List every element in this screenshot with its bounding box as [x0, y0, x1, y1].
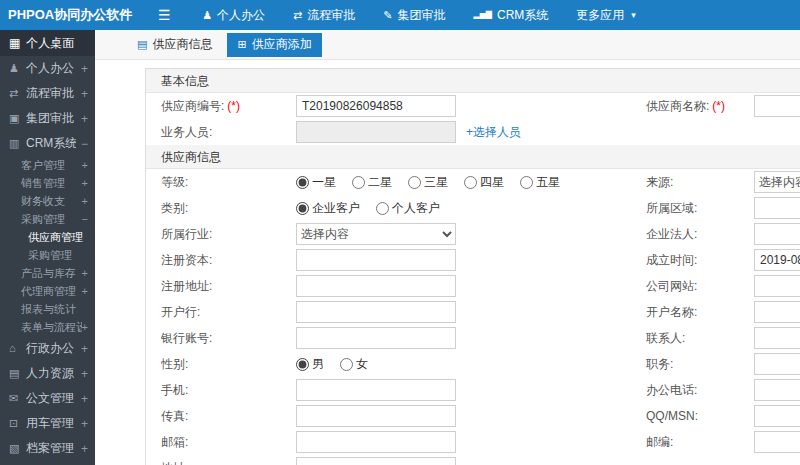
legal-person-input[interactable] [754, 223, 800, 245]
section-header-supplier-info: 供应商信息 [146, 145, 800, 169]
address-input[interactable] [296, 457, 456, 465]
region-input[interactable] [754, 197, 800, 219]
expand-plus-icon[interactable]: + [81, 367, 88, 381]
gender-radio-male[interactable]: 男 [296, 356, 324, 373]
expand-plus-icon[interactable]: + [82, 195, 88, 207]
sidebar-item-form-flow-settings[interactable]: 表单与流程设置 + [0, 318, 95, 336]
source-select[interactable]: 选择内容 [754, 171, 800, 193]
sidebar-item-hr[interactable]: ▤ 人力资源 + [0, 361, 95, 386]
sidebar-item-desktop[interactable]: ▦ 个人桌面 [0, 30, 95, 56]
sidebar-item-crm[interactable]: ▥ CRM系统 − [0, 131, 95, 156]
field-label: 供应商编号: [161, 99, 224, 113]
nav-item-crm[interactable]: ▂▅▇ CRM系统 [460, 0, 563, 30]
radio-input[interactable] [376, 202, 389, 215]
sidebar-item-personal-office[interactable]: ♟ 个人办公 + [0, 56, 95, 81]
sales-person-input[interactable] [296, 121, 456, 143]
category-radio-personal[interactable]: 个人客户 [376, 200, 440, 217]
sidebar-item-label: 采购管理 [21, 212, 82, 227]
email-input[interactable] [296, 431, 456, 453]
archive-icon: ▧ [9, 443, 21, 454]
radio-input[interactable] [340, 358, 353, 371]
expand-plus-icon[interactable]: + [81, 87, 88, 101]
brand-logo[interactable]: PHPOA协同办公软件 [0, 6, 132, 24]
establish-date-input[interactable] [754, 249, 800, 271]
position-input[interactable] [754, 353, 800, 375]
collapse-minus-icon[interactable]: − [81, 137, 88, 151]
radio-input[interactable] [520, 176, 533, 189]
form-row: 类别: 企业客户 个人客户 所属区域: [146, 195, 800, 221]
radio-input[interactable] [464, 176, 477, 189]
category-radio-group: 企业客户 个人客户 [296, 200, 646, 217]
sidebar-item-reports[interactable]: 报表与统计 [0, 300, 95, 318]
zip-input[interactable] [754, 431, 800, 453]
sidebar-item-admin-office[interactable]: ⌂ 行政办公 + [0, 336, 95, 361]
account-name-input[interactable] [754, 301, 800, 323]
expand-plus-icon[interactable]: + [81, 342, 88, 356]
office-phone-input[interactable] [754, 379, 800, 401]
sidebar-item-label: 行政办公 [26, 340, 76, 357]
expand-plus-icon[interactable]: + [82, 285, 88, 297]
radio-input[interactable] [408, 176, 421, 189]
radio-input[interactable] [296, 202, 309, 215]
level-radio-4[interactable]: 四星 [464, 174, 504, 191]
choose-person-link[interactable]: +选择人员 [466, 124, 521, 141]
collapse-minus-icon[interactable]: − [82, 213, 88, 225]
group-icon: ▣ [9, 113, 21, 124]
sidebar-item-document-mgmt[interactable]: ✉ 公文管理 + [0, 386, 95, 411]
expand-plus-icon[interactable]: + [82, 159, 88, 171]
supplier-name-input[interactable] [754, 95, 800, 117]
vehicle-icon: ⊡ [9, 418, 21, 429]
nav-item-workflow-approval[interactable]: ⇄ 流程审批 [279, 0, 369, 30]
sidebar-item-product-inventory[interactable]: 产品与库存 + [0, 264, 95, 282]
level-radio-1[interactable]: 一星 [296, 174, 336, 191]
tab-supplier-add[interactable]: ⊞ 供应商添加 [227, 33, 321, 57]
menu-toggle-icon[interactable]: ☰ [152, 7, 176, 23]
expand-plus-icon[interactable]: + [82, 177, 88, 189]
level-radio-3[interactable]: 三星 [408, 174, 448, 191]
expand-plus-icon[interactable]: + [81, 62, 88, 76]
sidebar-item-agent-mgmt[interactable]: 代理商管理 + [0, 282, 95, 300]
level-radio-2[interactable]: 二星 [352, 174, 392, 191]
list-icon: ▤ [137, 38, 147, 51]
expand-plus-icon[interactable]: + [82, 321, 88, 333]
mobile-input[interactable] [296, 379, 456, 401]
level-radio-5[interactable]: 五星 [520, 174, 560, 191]
sidebar-item-finance[interactable]: 财务收支 + [0, 192, 95, 210]
expand-plus-icon[interactable]: + [82, 267, 88, 279]
sidebar-item-sales-mgmt[interactable]: 销售管理 + [0, 174, 95, 192]
field-label: 类别: [161, 201, 188, 215]
sidebar-item-workflow-approval[interactable]: ⇄ 流程审批 + [0, 81, 95, 106]
nav-item-personal-office[interactable]: ♟ 个人办公 [188, 0, 279, 30]
sidebar-item-vehicle-mgmt[interactable]: ⊡ 用车管理 + [0, 411, 95, 436]
nav-item-group-approval[interactable]: ✎ 集团审批 [369, 0, 459, 30]
radio-input[interactable] [296, 358, 309, 371]
nav-item-more-apps[interactable]: 更多应用 ▾ [562, 0, 650, 30]
sidebar-item-purchase-mgmt[interactable]: 采购管理 − [0, 210, 95, 228]
expand-plus-icon[interactable]: + [81, 417, 88, 431]
gender-radio-female[interactable]: 女 [340, 356, 368, 373]
industry-select[interactable]: 选择内容 [296, 223, 456, 245]
supplier-no-input[interactable] [296, 95, 456, 117]
fax-input[interactable] [296, 405, 456, 427]
expand-plus-icon[interactable]: + [81, 112, 88, 126]
website-input[interactable] [754, 275, 800, 297]
reg-address-input[interactable] [296, 275, 456, 297]
sidebar-item-group-approval[interactable]: ▣ 集团审批 + [0, 106, 95, 131]
sidebar-item-archive-mgmt[interactable]: ▧ 档案管理 + [0, 436, 95, 461]
bank-account-input[interactable] [296, 327, 456, 349]
expand-plus-icon[interactable]: + [81, 442, 88, 456]
sidebar-item-supplier-mgmt[interactable]: 供应商管理 [0, 228, 95, 246]
expand-plus-icon[interactable]: + [81, 392, 88, 406]
radio-input[interactable] [352, 176, 365, 189]
sidebar-item-customer-mgmt[interactable]: 客户管理 + [0, 156, 95, 174]
contact-input[interactable] [754, 327, 800, 349]
category-radio-enterprise[interactable]: 企业客户 [296, 200, 360, 217]
sidebar-item-procurement-mgmt[interactable]: 采购管理 [0, 246, 95, 264]
bank-input[interactable] [296, 301, 456, 323]
sidebar-item-label: 销售管理 [21, 176, 82, 191]
radio-input[interactable] [296, 176, 309, 189]
reg-capital-input[interactable] [296, 249, 456, 271]
qq-input[interactable] [754, 405, 800, 427]
field-label: 供应商名称: [646, 99, 709, 113]
tab-supplier-info[interactable]: ▤ 供应商信息 [127, 33, 222, 57]
